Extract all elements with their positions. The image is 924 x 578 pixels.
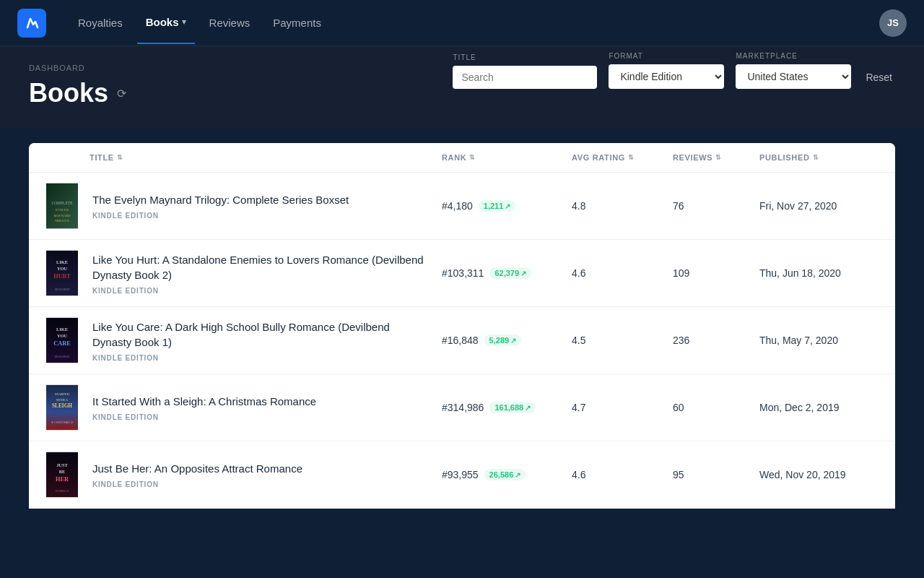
navbar: Royalties Books ▾ Reviews Payments JS [0, 0, 924, 46]
svg-text:WITH A: WITH A [56, 398, 69, 402]
title-search-input[interactable] [453, 66, 597, 89]
nav-links: Royalties Books ▾ Reviews Payments [69, 1, 330, 44]
book-title: Like You Hurt: A Standalone Enemies to L… [92, 252, 427, 282]
svg-text:DEVILBEND: DEVILBEND [55, 355, 70, 358]
rank-cell: #103,311 62,379 [436, 262, 566, 285]
th-cover [40, 143, 84, 172]
nav-royalties[interactable]: Royalties [69, 2, 131, 43]
book-info-cell: Like You Hurt: A Standalone Enemies to L… [84, 241, 436, 306]
reviews-cell: 109 [667, 262, 754, 285]
nav-payments[interactable]: Payments [264, 2, 330, 43]
rank-sort-icon: ⇅ [469, 154, 476, 161]
table-row[interactable]: STARTED WITH A SLEIGH ❄ CHRISTMAS ❄ It S… [29, 374, 895, 441]
book-format-badge: KINDLE EDITION [92, 212, 427, 220]
rank-cell: #16,848 5,289 [436, 329, 566, 352]
format-filter-group: FORMAT Kindle Edition Paperback Hardcove… [609, 52, 724, 89]
title-filter-group: TITLE [453, 53, 597, 89]
table-row[interactable]: LIKE YOU CARE DEVILBEND Like You Care: A… [29, 307, 895, 374]
th-reviews[interactable]: REVIEWS ⇅ [667, 143, 754, 172]
book-cover-cell: LIKE YOU HURT DEVILBEND [40, 240, 84, 306]
marketplace-select[interactable]: United States United Kingdom Canada Aust… [736, 64, 851, 89]
header-section: DASHBOARD Books ⟳ TITLE FORMAT Kindle Ed… [0, 46, 924, 129]
book-format-badge: KINDLE EDITION [92, 480, 427, 488]
reviews-cell: 236 [667, 329, 754, 352]
th-rank[interactable]: RANK ⇅ [436, 143, 566, 172]
table-row[interactable]: COMPLETE EVELYN MAYNARD TRILOGY The Evel… [29, 173, 895, 240]
published-cell: Fri, Nov 27, 2020 [754, 194, 884, 217]
published-cell: Wed, Nov 20, 2019 [754, 463, 884, 486]
th-avg-rating[interactable]: AVG RATING ⇅ [566, 143, 667, 172]
rank-number: #4,180 [442, 200, 473, 212]
svg-text:SLEIGH: SLEIGH [52, 402, 72, 409]
reviews-cell: 76 [667, 194, 754, 217]
svg-text:CARE: CARE [53, 340, 71, 347]
app-logo[interactable] [17, 9, 46, 38]
book-format-badge: KINDLE EDITION [92, 287, 427, 295]
svg-text:YOU: YOU [57, 333, 68, 338]
book-cover-cell: STARTED WITH A SLEIGH ❄ CHRISTMAS ❄ [40, 374, 84, 441]
th-published[interactable]: PUBLISHED ⇅ [754, 143, 884, 172]
book-format-badge: KINDLE EDITION [92, 413, 427, 421]
page-title: Books [29, 78, 108, 108]
user-avatar[interactable]: JS [879, 9, 907, 37]
avg-rating-cell: 4.5 [566, 329, 667, 352]
svg-text:MAYNARD: MAYNARD [53, 214, 71, 217]
rank-number: #16,848 [442, 335, 479, 346]
rank-number: #103,311 [442, 267, 484, 279]
reset-button[interactable]: Reset [863, 66, 895, 89]
table-row[interactable]: JUST BE HER ROMANCE Just Be Her: An Oppo… [29, 441, 895, 509]
rank-change-badge: 161,688 [489, 402, 536, 413]
nav-books[interactable]: Books ▾ [137, 1, 195, 44]
svg-text:HER: HER [56, 476, 69, 483]
avg-rating-cell: 4.6 [566, 463, 667, 486]
svg-text:STARTED: STARTED [55, 393, 70, 397]
rank-change-badge: 1,211 [479, 200, 516, 212]
book-info-cell: Like You Care: A Dark High School Bully … [84, 308, 436, 374]
published-sort-icon: ⇅ [813, 154, 819, 161]
published-cell: Thu, Jun 18, 2020 [754, 262, 884, 285]
rank-change-badge: 26,586 [484, 469, 526, 480]
published-cell: Mon, Dec 2, 2019 [754, 396, 884, 419]
rank-change-badge: 5,289 [484, 335, 522, 346]
table-body: COMPLETE EVELYN MAYNARD TRILOGY The Evel… [29, 173, 895, 509]
svg-text:COMPLETE: COMPLETE [51, 201, 73, 205]
svg-text:❄ CHRISTMAS ❄: ❄ CHRISTMAS ❄ [51, 421, 73, 424]
nav-reviews[interactable]: Reviews [201, 2, 259, 43]
table-header: TITLE ⇅ RANK ⇅ AVG RATING ⇅ REVIEWS ⇅ PU… [29, 143, 895, 173]
book-info-cell: Just Be Her: An Opposites Attract Romanc… [84, 449, 436, 500]
svg-text:LIKE: LIKE [56, 259, 68, 264]
svg-text:TRILOGY: TRILOGY [55, 219, 70, 223]
svg-text:YOU: YOU [57, 266, 68, 271]
rank-cell: #314,986 161,688 [436, 396, 566, 419]
title-sort-icon: ⇅ [117, 154, 123, 161]
rating-sort-icon: ⇅ [628, 154, 635, 161]
title-filter-label: TITLE [453, 53, 597, 61]
avg-rating-cell: 4.7 [566, 396, 667, 419]
format-filter-label: FORMAT [609, 52, 724, 60]
rank-change-badge: 62,379 [489, 267, 531, 279]
book-title: Just Be Her: An Opposites Attract Romanc… [92, 461, 427, 476]
avg-rating-cell: 4.8 [566, 194, 667, 217]
marketplace-filter-group: MARKETPLACE United States United Kingdom… [736, 52, 851, 89]
svg-text:BE: BE [59, 469, 66, 474]
rank-number: #93,955 [442, 469, 479, 480]
svg-text:EVELYN: EVELYN [56, 208, 69, 212]
avg-rating-cell: 4.6 [566, 262, 667, 285]
format-select[interactable]: Kindle Edition Paperback Hardcover [609, 64, 724, 89]
svg-text:HURT: HURT [53, 273, 71, 280]
book-title: Like You Care: A Dark High School Bully … [92, 319, 427, 350]
svg-text:JUST: JUST [56, 462, 68, 467]
table-row[interactable]: LIKE YOU HURT DEVILBEND Like You Hurt: A… [29, 240, 895, 307]
book-format-badge: KINDLE EDITION [92, 354, 427, 362]
svg-text:DEVILBEND: DEVILBEND [55, 288, 70, 291]
rank-cell: #93,955 26,586 [436, 463, 566, 486]
books-chevron-icon: ▾ [182, 17, 186, 27]
refresh-icon[interactable]: ⟳ [117, 87, 126, 100]
book-cover-cell: LIKE YOU CARE DEVILBEND [40, 307, 84, 374]
th-title[interactable]: TITLE ⇅ [84, 143, 436, 172]
book-cover-cell: COMPLETE EVELYN MAYNARD TRILOGY [40, 173, 84, 239]
published-cell: Thu, May 7, 2020 [754, 329, 884, 352]
books-table: TITLE ⇅ RANK ⇅ AVG RATING ⇅ REVIEWS ⇅ PU… [29, 143, 895, 509]
book-info-cell: It Started With a Sleigh: A Christmas Ro… [84, 382, 436, 433]
book-info-cell: The Evelyn Maynard Trilogy: Complete Ser… [84, 181, 436, 231]
